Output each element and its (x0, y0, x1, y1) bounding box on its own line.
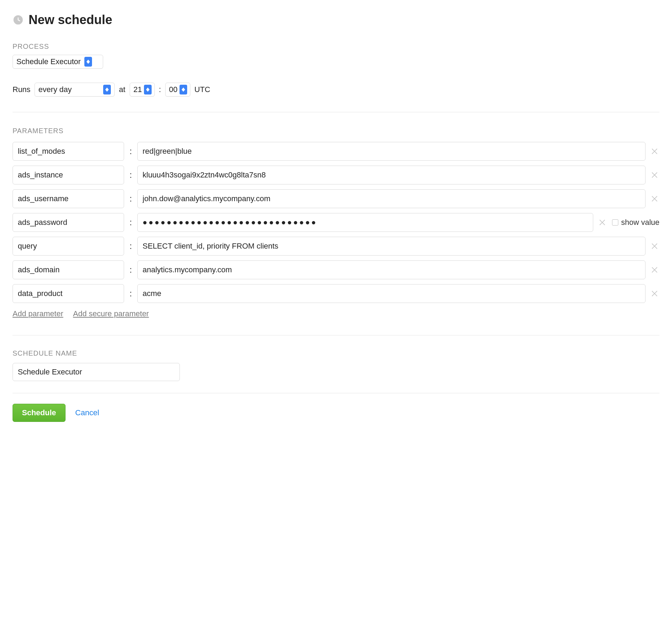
param-key-input[interactable] (13, 284, 124, 303)
tz-label: UTC (194, 85, 210, 94)
param-colon: : (129, 194, 132, 204)
select-stepper-icon (103, 85, 111, 94)
actions-row: Schedule Cancel (13, 404, 659, 422)
page-title: New schedule (29, 13, 112, 27)
show-value-toggle[interactable]: show value (612, 218, 659, 227)
param-colon: : (129, 218, 132, 227)
frequency-select[interactable]: every day (35, 83, 115, 97)
param-value-input[interactable] (137, 166, 646, 184)
param-colon: : (129, 170, 132, 180)
param-row: : (13, 189, 659, 208)
time-separator: : (159, 85, 161, 94)
hour-select[interactable]: 21 (130, 83, 155, 97)
param-row: : (13, 166, 659, 184)
close-icon (650, 147, 659, 156)
delete-param-button[interactable] (650, 289, 659, 298)
minute-value: 00 (169, 85, 177, 94)
param-row: : (13, 284, 659, 303)
schedule-name-section-label: SCHEDULE NAME (13, 349, 659, 357)
at-label: at (119, 85, 125, 94)
close-icon (650, 265, 659, 274)
param-value-input[interactable] (137, 260, 646, 279)
param-colon: : (129, 146, 132, 156)
close-icon (650, 242, 659, 251)
close-icon (650, 194, 659, 203)
select-stepper-icon (84, 57, 92, 67)
param-key-input[interactable] (13, 189, 124, 208)
param-key-input[interactable] (13, 260, 124, 279)
param-key-input[interactable] (13, 166, 124, 184)
minute-select[interactable]: 00 (165, 83, 190, 97)
add-parameter-link[interactable]: Add parameter (13, 309, 63, 318)
param-links: Add parameter Add secure parameter (13, 309, 659, 318)
param-value-input[interactable] (137, 142, 646, 161)
process-select[interactable]: Schedule Executor (13, 55, 103, 69)
select-stepper-icon (144, 85, 152, 94)
param-value-input[interactable] (137, 237, 646, 256)
divider (13, 335, 659, 335)
param-value-secure-input[interactable] (137, 213, 593, 232)
divider (13, 112, 659, 112)
select-stepper-icon (180, 85, 187, 94)
cancel-link[interactable]: Cancel (75, 408, 99, 417)
param-colon: : (129, 289, 132, 298)
param-key-input[interactable] (13, 142, 124, 161)
show-value-checkbox[interactable] (612, 219, 618, 226)
param-colon: : (129, 241, 132, 251)
process-section-label: PROCESS (13, 43, 659, 51)
delete-param-button[interactable] (650, 147, 659, 156)
delete-param-button[interactable] (650, 194, 659, 203)
schedule-button[interactable]: Schedule (13, 404, 66, 422)
delete-param-button[interactable] (650, 170, 659, 180)
delete-param-button[interactable] (598, 218, 607, 227)
param-row: : (13, 142, 659, 161)
process-select-value: Schedule Executor (16, 57, 81, 66)
clock-icon (13, 14, 24, 25)
param-colon: : (129, 265, 132, 275)
runs-row: Runs every day at 21 : 00 UTC (13, 83, 659, 97)
hour-value: 21 (133, 85, 142, 94)
close-icon (650, 289, 659, 298)
param-key-input[interactable] (13, 237, 124, 256)
param-key-input[interactable] (13, 213, 124, 232)
param-row: : (13, 260, 659, 279)
param-row: :show value (13, 213, 659, 232)
parameters-list: ::::show value::: (13, 142, 659, 303)
runs-label: Runs (13, 85, 30, 94)
close-icon (598, 218, 607, 227)
parameters-section-label: PARAMETERS (13, 127, 659, 135)
param-value-input[interactable] (137, 189, 646, 208)
page-header: New schedule (13, 13, 659, 27)
param-row: : (13, 237, 659, 256)
show-value-label: show value (621, 218, 659, 227)
divider (13, 393, 659, 393)
param-value-input[interactable] (137, 284, 646, 303)
add-secure-parameter-link[interactable]: Add secure parameter (73, 309, 149, 318)
delete-param-button[interactable] (650, 242, 659, 251)
close-icon (650, 170, 659, 180)
frequency-value: every day (38, 85, 100, 94)
delete-param-button[interactable] (650, 265, 659, 274)
schedule-name-input[interactable] (13, 363, 180, 381)
